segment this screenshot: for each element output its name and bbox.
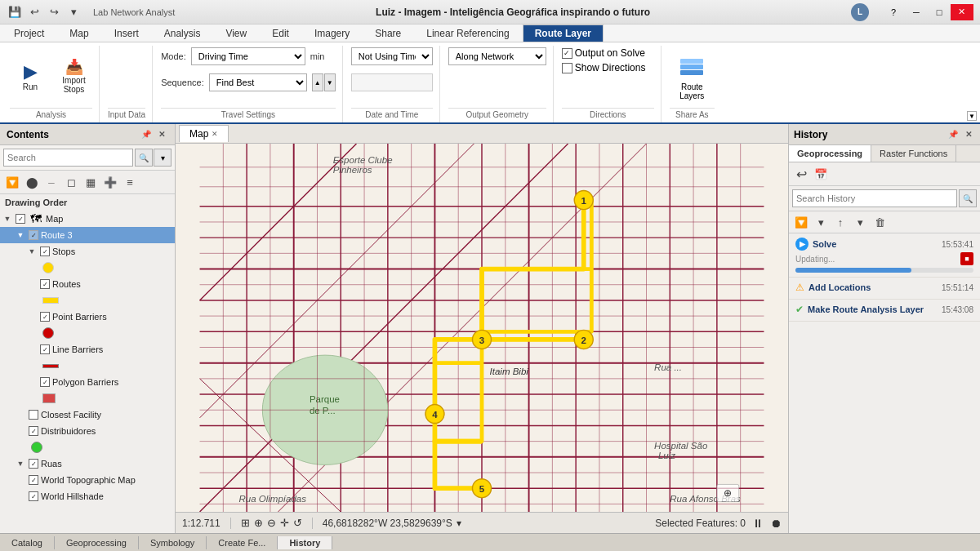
distribuidores-check[interactable] [29, 426, 38, 436]
pin-button[interactable]: 📌 [140, 128, 153, 141]
world-topo-check[interactable] [29, 475, 38, 485]
not-using-time-select[interactable]: Not Using Time [351, 47, 433, 65]
history-filter-expand-icon[interactable]: ▾ [812, 213, 830, 231]
tree-item-line-barriers[interactable]: Line Barriers [0, 341, 175, 358]
map-check[interactable] [16, 214, 25, 224]
bottom-tab-geoprocessing[interactable]: Geoprocessing [55, 536, 139, 549]
undo-button[interactable]: ↩ [26, 4, 42, 20]
closest-facility-check[interactable] [29, 410, 38, 420]
routes-check[interactable] [40, 279, 50, 289]
ruas-check[interactable] [29, 459, 38, 469]
maximize-button[interactable]: □ [928, 4, 951, 20]
pan-icon[interactable]: ✛ [280, 517, 289, 529]
history-search-input[interactable] [792, 189, 957, 207]
point-icon[interactable]: ⬤ [23, 173, 41, 191]
line-barriers-check[interactable] [40, 344, 50, 354]
raster-functions-tab[interactable]: Raster Functions [871, 145, 956, 162]
map-collapse-arrow[interactable]: ▼ [2, 213, 13, 224]
output-on-solve-checkbox[interactable]: Output on Solve [562, 47, 645, 59]
seq-up-btn[interactable]: ▲ [312, 73, 323, 91]
contents-search-input[interactable] [3, 149, 133, 167]
more-layers-icon[interactable]: ≡ [121, 173, 139, 191]
polygon-icon[interactable]: ◻ [62, 173, 80, 191]
ribbon-expand-btn[interactable]: ▼ [967, 46, 977, 122]
tab-map[interactable]: Map [57, 24, 100, 42]
rotate-icon[interactable]: ↺ [293, 517, 302, 529]
ribbon-expand-icon[interactable]: ▼ [967, 111, 977, 121]
filter-icon[interactable]: 🔽 [3, 173, 21, 191]
save-button[interactable]: 💾 [7, 4, 23, 20]
map-canvas[interactable]: Parque de P... [176, 144, 788, 512]
world-hillshade-check[interactable] [29, 491, 38, 501]
bottom-tab-symbology[interactable]: Symbology [139, 536, 207, 549]
history-item-add-locations[interactable]: ⚠ Add Locations 15:51:14 [789, 278, 980, 300]
tree-item-route3[interactable]: ▼ Route 3 [0, 227, 175, 243]
along-network-select[interactable]: Along Network [448, 47, 546, 65]
mode-select[interactable]: Driving Time Driving Distance [191, 47, 305, 65]
tree-item-world-hillshade[interactable]: World Hillshade [0, 488, 175, 504]
zoom-out-icon[interactable]: ⊖ [267, 517, 276, 529]
minimize-button[interactable]: ─ [905, 4, 928, 20]
map-tab-close[interactable]: ✕ [212, 130, 218, 138]
tab-insert[interactable]: Insert [102, 24, 151, 42]
ruas-arrow[interactable]: ▼ [15, 458, 26, 469]
history-pin-button[interactable]: 📌 [947, 128, 960, 141]
record-icon[interactable]: ⏺ [770, 517, 782, 530]
polygon-barriers-check[interactable] [40, 377, 50, 387]
tree-item-world-topo[interactable]: World Topographic Map [0, 472, 175, 488]
history-close-button[interactable]: ✕ [962, 128, 975, 141]
tree-item-distribuidores[interactable]: Distribuidores [0, 423, 175, 439]
more-button[interactable]: ▾ [65, 4, 82, 20]
tree-item-stops[interactable]: ▼ Stops [0, 243, 175, 260]
tree-item-closest-facility[interactable]: Closest Facility [0, 407, 175, 423]
tab-analysis[interactable]: Analysis [152, 24, 213, 42]
bottom-tab-catalog[interactable]: Catalog [0, 536, 55, 549]
line-icon[interactable]: ⏤ [42, 173, 60, 191]
add-layer-icon[interactable]: ➕ [101, 173, 119, 191]
history-up-expand-icon[interactable]: ▾ [851, 213, 869, 231]
zoom-extent-icon[interactable]: ⊞ [241, 517, 250, 529]
tree-item-polygon-barriers[interactable]: Polygon Barriers [0, 374, 175, 390]
zoom-in-icon[interactable]: ⊕ [254, 517, 263, 529]
tab-edit[interactable]: Edit [260, 24, 301, 42]
redo-button[interactable]: ↪ [46, 4, 62, 20]
stops-check[interactable] [40, 247, 50, 256]
show-directions-checkbox[interactable]: Show Directions [562, 62, 646, 73]
history-item-make-route[interactable]: ✔ Make Route Analysis Layer 15:43:08 [789, 300, 980, 322]
point-barriers-check[interactable] [40, 312, 50, 322]
tree-item-map[interactable]: ▼ 🗺 Map [0, 211, 175, 227]
import-stops-button[interactable]: 📥 ImportStops [56, 48, 92, 105]
tree-item-ruas[interactable]: ▼ Ruas [0, 455, 175, 472]
tree-item-routes[interactable]: Routes [0, 276, 175, 292]
history-filter-icon[interactable]: 🔽 [792, 213, 810, 231]
history-up-icon[interactable]: ↑ [831, 213, 849, 231]
route3-check[interactable] [29, 230, 38, 240]
stops-arrow[interactable]: ▼ [26, 246, 38, 257]
map-tab[interactable]: Map ✕ [179, 125, 229, 142]
seq-down-btn[interactable]: ▼ [324, 73, 336, 91]
history-item-solve[interactable]: ▶ Solve 15:53:41 Updating... ■ [789, 233, 980, 278]
help-button[interactable]: ? [882, 4, 905, 20]
history-search-button[interactable]: 🔍 [959, 189, 977, 207]
geoprocessing-tab[interactable]: Geoprocessing [789, 145, 871, 162]
tab-linear-referencing[interactable]: Linear Referencing [414, 24, 521, 42]
bottom-tab-create-fe[interactable]: Create Fe... [207, 536, 278, 549]
tab-view[interactable]: View [213, 24, 259, 42]
history-solve-stop-btn[interactable]: ■ [960, 252, 973, 265]
bottom-tab-history[interactable]: History [278, 536, 332, 549]
route-layers-button[interactable]: RouteLayers [670, 48, 715, 105]
tab-project[interactable]: Project [2, 24, 56, 42]
tab-imagery[interactable]: Imagery [302, 24, 362, 42]
close-panel-button[interactable]: ✕ [155, 128, 168, 141]
tab-share[interactable]: Share [363, 24, 413, 42]
tree-item-point-barriers[interactable]: Point Barriers [0, 309, 175, 325]
history-calendar-icon[interactable]: 📅 [812, 165, 830, 183]
tab-route-layer[interactable]: Route Layer [523, 24, 604, 42]
route3-collapse-arrow[interactable]: ▼ [15, 229, 26, 241]
history-delete-icon[interactable]: 🗑 [871, 213, 889, 231]
scale-display[interactable]: 1:12.711 [182, 518, 220, 529]
close-button[interactable]: ✕ [951, 4, 973, 20]
coordinates-expand-icon[interactable]: ▾ [457, 518, 461, 529]
history-undo-icon[interactable]: ↩ [792, 165, 810, 183]
raster-icon[interactable]: ▦ [82, 173, 100, 191]
